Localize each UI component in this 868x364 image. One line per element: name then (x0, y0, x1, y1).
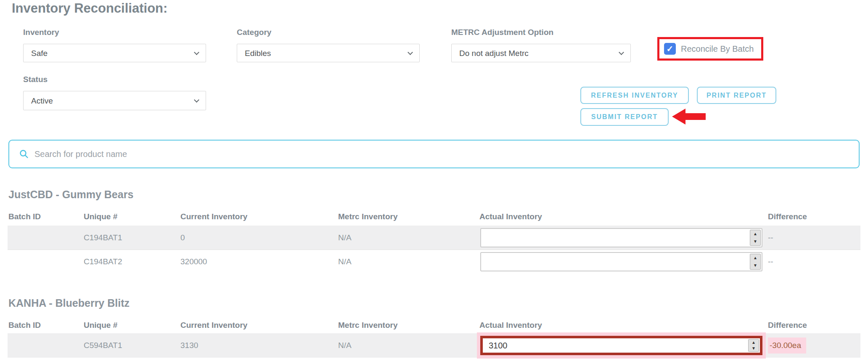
cell-metrc-inventory: N/A (337, 233, 479, 242)
cell-unique: C194BAT2 (83, 257, 180, 266)
cell-unique: C194BAT1 (83, 233, 180, 242)
cell-difference: -30.00ea (767, 337, 860, 353)
metrc-option-select-wrap: Do not adjust Metrc (451, 44, 631, 62)
cell-current-inventory: 0 (180, 233, 337, 242)
spinner-up-icon[interactable]: ▲ (750, 254, 760, 262)
status-label: Status (23, 75, 48, 84)
col-header-batch-id: Batch ID (8, 212, 83, 221)
checkmark-icon: ✓ (667, 45, 674, 53)
reconcile-by-batch-label: Reconcile By Batch (681, 44, 754, 54)
category-label: Category (237, 28, 271, 37)
col-header-current-inventory: Current Inventory (180, 212, 337, 221)
col-header-metrc-inventory: Metrc Inventory (337, 321, 479, 330)
table-header-row: Batch ID Unique # Current Inventory Metr… (8, 210, 860, 224)
cell-metrc-inventory: N/A (337, 257, 479, 266)
spinner-down-icon[interactable]: ▼ (750, 262, 760, 269)
search-box (8, 140, 860, 168)
col-header-difference: Difference (767, 212, 860, 221)
spinner-up-icon[interactable]: ▲ (749, 340, 759, 345)
col-header-current-inventory: Current Inventory (180, 321, 337, 330)
print-report-button[interactable]: PRINT REPORT (697, 87, 776, 104)
page-title: Inventory Reconciliation: (12, 1, 167, 16)
cell-metrc-inventory: N/A (337, 341, 479, 350)
col-header-difference: Difference (767, 321, 860, 330)
cell-current-inventory: 320000 (180, 257, 337, 266)
cell-difference: -- (767, 233, 860, 242)
inventory-select-wrap: Safe (23, 44, 206, 62)
cell-difference: -- (767, 257, 860, 266)
spinner-down-icon[interactable]: ▼ (749, 345, 759, 351)
difference-negative-value: -30.00ea (768, 337, 806, 353)
number-spinner: ▲ ▼ (748, 339, 759, 352)
actual-inventory-input: ▲ ▼ (480, 252, 762, 271)
col-header-unique: Unique # (83, 212, 180, 221)
annotation-red-rectangle: ✓ Reconcile By Batch (657, 37, 763, 61)
status-select-wrap: Active (23, 91, 206, 110)
inventory-select[interactable]: Safe (23, 44, 206, 62)
product-section-title: JustCBD - Gummy Bears (8, 189, 133, 201)
reconcile-by-batch-checkbox[interactable]: ✓ (664, 43, 676, 55)
cell-unique: C594BAT1 (83, 341, 180, 350)
spinner-down-icon[interactable]: ▼ (750, 238, 760, 245)
table-row: C194BAT2 320000 N/A ▲ ▼ -- (8, 250, 860, 274)
category-select-wrap: Edibles (237, 44, 420, 62)
table-row: C594BAT1 3130 N/A ▲ ▼ -30.00ea (8, 333, 860, 358)
number-spinner: ▲ ▼ (750, 254, 761, 270)
submit-report-button[interactable]: SUBMIT REPORT (580, 108, 669, 126)
table-row: C194BAT1 0 N/A ▲ ▼ -- (8, 226, 860, 250)
search-input[interactable] (34, 149, 859, 159)
inventory-reconciliation-page: Inventory Reconciliation: Inventory Safe… (0, 0, 868, 364)
category-select[interactable]: Edibles (237, 44, 420, 62)
col-header-actual-inventory: Actual Inventory (479, 212, 767, 221)
product-section-title: KANHA - Blueberry Blitz (8, 297, 130, 309)
actual-inventory-field[interactable] (481, 229, 749, 247)
number-spinner: ▲ ▼ (750, 230, 761, 246)
actual-inventory-field[interactable] (483, 338, 747, 353)
col-header-unique: Unique # (83, 321, 180, 330)
cell-current-inventory: 3130 (180, 341, 337, 350)
col-header-actual-inventory: Actual Inventory (479, 321, 767, 330)
spinner-up-icon[interactable]: ▲ (750, 230, 760, 238)
status-select[interactable]: Active (23, 91, 206, 110)
actual-inventory-input-highlighted: ▲ ▼ (480, 336, 762, 355)
search-icon (19, 149, 29, 159)
refresh-inventory-button[interactable]: REFRESH INVENTORY (580, 87, 689, 104)
table-header-row: Batch ID Unique # Current Inventory Metr… (8, 318, 860, 332)
annotation-arrow-icon (672, 109, 706, 125)
col-header-metrc-inventory: Metrc Inventory (337, 212, 479, 221)
metrc-option-label: METRC Adjustment Option (451, 28, 553, 37)
col-header-batch-id: Batch ID (8, 321, 83, 330)
actual-inventory-input: ▲ ▼ (480, 228, 762, 247)
metrc-option-select[interactable]: Do not adjust Metrc (451, 44, 631, 62)
actual-inventory-field[interactable] (481, 253, 749, 271)
inventory-label: Inventory (23, 28, 59, 37)
